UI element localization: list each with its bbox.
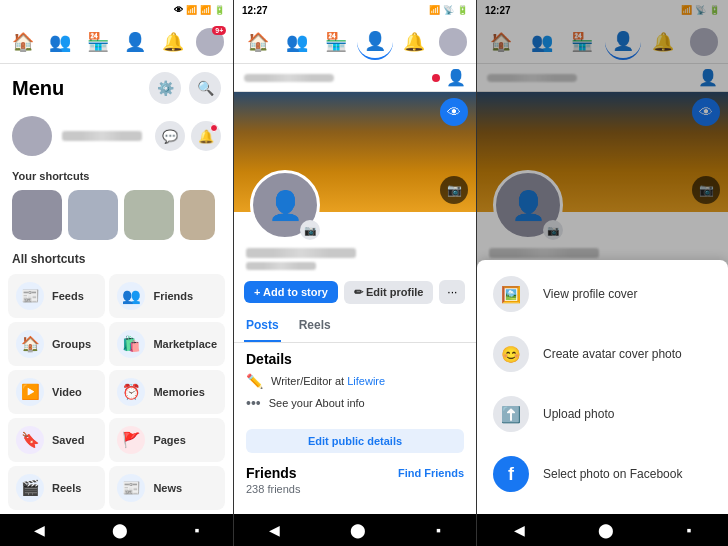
settings-button[interactable]: ⚙️ xyxy=(149,72,181,104)
home-hw-button-2[interactable]: ⬤ xyxy=(350,522,366,538)
cover-edit-button[interactable]: 📷 xyxy=(440,176,468,204)
bottom-bar-2: ◀ ⬤ ▪ xyxy=(234,514,476,546)
friends-icon: 👥 xyxy=(49,31,71,53)
shortcut-4[interactable] xyxy=(180,190,215,240)
shortcut-2[interactable] xyxy=(68,190,118,240)
profile-subtitle xyxy=(246,262,316,270)
activity-button[interactable]: 🔔 xyxy=(191,121,221,151)
search-bar-placeholder[interactable] xyxy=(244,74,334,82)
time-2: 12:27 xyxy=(242,5,268,16)
more-options-button[interactable]: ··· xyxy=(439,280,465,304)
menu-item-video[interactable]: ▶️ Video xyxy=(8,370,105,414)
select-facebook-icon: f xyxy=(493,456,529,492)
panel-menu: 👁 📶 📶 🔋 🏠 👥 🏪 👤 🔔 9+ Menu ⚙️ xyxy=(0,0,234,546)
search-button[interactable]: 🔍 xyxy=(189,72,221,104)
shortcut-1[interactable] xyxy=(12,190,62,240)
feeds-icon: 📰 xyxy=(16,282,44,310)
signal-icon: 📶 xyxy=(186,5,197,15)
menu-item-feeds[interactable]: 📰 Feeds xyxy=(8,274,105,318)
back-button[interactable]: ◀ xyxy=(34,522,45,538)
nav-friends[interactable]: 👥 xyxy=(42,24,78,60)
menu-item-marketplace[interactable]: 🛍️ Marketplace xyxy=(109,322,225,366)
dropdown-select-facebook[interactable]: f Select photo on Facebook xyxy=(477,444,728,504)
add-friend-icon[interactable]: 👤 xyxy=(446,68,466,87)
nav-home-2[interactable]: 🏠 xyxy=(240,24,276,60)
user-row[interactable]: 💬 🔔 xyxy=(0,108,233,164)
friends-title: Friends xyxy=(246,465,297,481)
dots-icon: ••• xyxy=(246,395,261,411)
edit-profile-button[interactable]: ✏ Edit profile xyxy=(344,281,434,304)
nav-profile-2-active[interactable]: 👤 xyxy=(357,24,393,60)
panel-profile: 12:27 📶 📡 🔋 🏠 👥 🏪 👤 🔔 👤 xyxy=(234,0,477,546)
memories-icon: ⏰ xyxy=(117,378,145,406)
nav-marketplace-2[interactable]: 🏪 xyxy=(318,24,354,60)
nav-notifications-2[interactable]: 🔔 xyxy=(396,24,432,60)
menu-item-memories[interactable]: ⏰ Memories xyxy=(109,370,225,414)
menu-actions: ⚙️ 🔍 xyxy=(149,72,221,104)
menu-item-groups[interactable]: 🏠 Groups xyxy=(8,322,105,366)
shortcut-3[interactable] xyxy=(124,190,174,240)
detail-work: Writer/Editor at Lifewire xyxy=(271,375,385,387)
reels-label: Reels xyxy=(52,482,81,494)
menu-header: Menu ⚙️ 🔍 xyxy=(0,64,233,108)
user-avatar-nav-2 xyxy=(439,28,467,56)
profile-icon: 👤 xyxy=(124,31,146,53)
marketplace-label: Marketplace xyxy=(153,338,217,350)
memories-label: Memories xyxy=(153,386,204,398)
dropdown-view-cover[interactable]: 🖼️ View profile cover xyxy=(477,264,728,324)
edit-public-button[interactable]: Edit public details xyxy=(246,429,464,453)
view-cover-label: View profile cover xyxy=(543,287,638,301)
back-button-2[interactable]: ◀ xyxy=(269,522,280,538)
messenger-button[interactable]: 💬 xyxy=(155,121,185,151)
menu-item-saved[interactable]: 🔖 Saved xyxy=(8,418,105,462)
saved-icon: 🔖 xyxy=(16,426,44,454)
find-friends-link[interactable]: Find Friends xyxy=(398,467,464,479)
friends-icon-2: 👥 xyxy=(286,31,308,53)
battery-icon: 🔋 xyxy=(214,5,225,15)
menu-grid: 📰 Feeds 👥 Friends 🏠 Groups 🛍️ Marketplac… xyxy=(0,270,233,514)
tab-posts[interactable]: Posts xyxy=(244,310,281,342)
nav-marketplace[interactable]: 🏪 xyxy=(80,24,116,60)
groups-label: Groups xyxy=(52,338,91,350)
add-to-story-button[interactable]: + Add to story xyxy=(244,281,338,303)
nav-home[interactable]: 🏠 xyxy=(5,24,41,60)
create-avatar-cover-label: Create avatar cover photo xyxy=(543,347,682,361)
profile-icon-2: 👤 xyxy=(364,30,386,52)
menu-item-friends[interactable]: 👥 Friends xyxy=(109,274,225,318)
menu-item-reels[interactable]: 🎬 Reels xyxy=(8,466,105,510)
nav-avatar-2[interactable] xyxy=(435,24,471,60)
home-hw-button-3[interactable]: ⬤ xyxy=(598,522,614,538)
recents-button-2[interactable]: ▪ xyxy=(436,522,441,538)
nav-profile[interactable]: 👤 xyxy=(117,24,153,60)
nav-notifications[interactable]: 🔔 xyxy=(155,24,191,60)
bell-icon-2: 🔔 xyxy=(403,31,425,53)
signal-icon-2: 📶 xyxy=(429,5,440,15)
nav-bar-2: 🏠 👥 🏪 👤 🔔 xyxy=(234,20,476,64)
home-hw-button[interactable]: ⬤ xyxy=(112,522,128,538)
work-icon: ✏️ xyxy=(246,373,263,389)
saved-label: Saved xyxy=(52,434,84,446)
nav-friends-2[interactable]: 👥 xyxy=(279,24,315,60)
detail-about-row[interactable]: ••• See your About info xyxy=(246,395,464,411)
recents-button[interactable]: ▪ xyxy=(195,522,200,538)
menu-item-news[interactable]: 📰 News xyxy=(109,466,225,510)
profile-buttons: + Add to story ✏ Edit profile ··· xyxy=(234,274,476,310)
back-button-3[interactable]: ◀ xyxy=(514,522,525,538)
menu-title: Menu xyxy=(12,77,64,100)
battery-icon-2: 🔋 xyxy=(457,5,468,15)
nav-avatar[interactable]: 9+ xyxy=(192,24,228,60)
dropdown-create-avatar-cover[interactable]: 😊 Create avatar cover photo xyxy=(477,324,728,384)
avatar-camera-button[interactable]: 📷 xyxy=(300,220,320,240)
status-icons-2: 📶 📡 🔋 xyxy=(429,5,468,15)
select-facebook-label: Select photo on Facebook xyxy=(543,467,682,481)
details-section: Details ✏️ Writer/Editor at Lifewire •••… xyxy=(234,343,476,425)
all-shortcuts-label: All shortcuts xyxy=(0,244,233,270)
shortcuts-section-label: Your shortcuts xyxy=(0,164,233,186)
dropdown-upload-photo[interactable]: ⬆️ Upload photo xyxy=(477,384,728,444)
menu-item-pages[interactable]: 🚩 Pages xyxy=(109,418,225,462)
recents-button-3[interactable]: ▪ xyxy=(687,522,692,538)
cover-photo-dropdown: 🖼️ View profile cover 😊 Create avatar co… xyxy=(477,260,728,546)
panel-profile-dropdown: 12:27 📶 📡 🔋 🏠 👥 🏪 👤 🔔 👤 xyxy=(477,0,728,546)
tab-reels[interactable]: Reels xyxy=(297,310,333,342)
details-title: Details xyxy=(246,351,464,367)
